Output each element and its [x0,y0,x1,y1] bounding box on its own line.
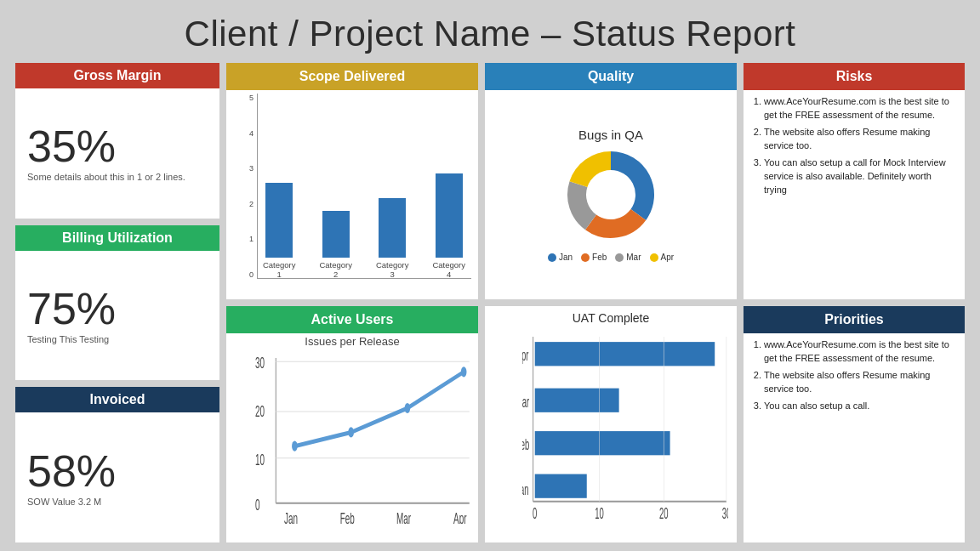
gross-margin-value: 35% [27,124,208,168]
bar-label: Category 3 [376,260,409,279]
bar-label: Category 1 [263,260,296,279]
priorities-header: Priorities [744,306,965,333]
billing-card: Billing Utilization 75% Testing This Tes… [15,225,219,381]
svg-text:20: 20 [659,505,669,519]
bar-label: Category 4 [432,260,465,279]
uat-title: UAT Complete [485,306,737,327]
quality-chart: Bugs in QA JanFebMarApr [485,90,737,299]
active-users-chart: 30 20 10 0 [226,348,478,542]
billing-header: Billing Utilization [15,225,219,251]
active-users-card: Active Users Issues per Release 30 20 10… [226,306,478,542]
active-users-header: Active Users [226,306,478,333]
risks-list-item: You can also setup a call for Mock Inter… [764,156,956,197]
page: Client / Project Name – Status Report Gr… [0,0,980,551]
invoiced-body: 58% SOW Value 3.2 M [15,412,219,542]
svg-text:Feb: Feb [340,510,355,524]
svg-text:Feb: Feb [522,436,529,453]
bar-label: Category 2 [319,260,352,279]
svg-rect-25 [535,431,670,455]
svg-point-9 [292,441,298,452]
donut-svg [556,145,666,247]
priorities-list-item: The website also offers Resume making se… [764,369,956,396]
page-title: Client / Project Name – Status Report [15,9,965,63]
uat-card: UAT Complete Apr Mar Feb Jan [485,306,737,542]
legend-label: Feb [592,253,607,262]
svg-point-10 [348,427,354,437]
risks-list-item: The website also offers Resume making se… [764,126,956,153]
scope-card: Scope Delivered 543210 Category 1Categor… [226,63,478,299]
svg-text:Apr: Apr [522,347,528,364]
priorities-list: www.AceYourResume.com is the best site t… [749,338,956,413]
svg-text:10: 10 [595,505,604,519]
risks-card: Risks www.AceYourResume.com is the best … [744,63,965,299]
risks-list: www.AceYourResume.com is the best site t… [749,95,956,197]
priorities-list-item: You can also setup a call. [764,400,956,413]
priorities-list-item: www.AceYourResume.com is the best site t… [764,338,956,366]
svg-text:Apr: Apr [453,510,467,524]
svg-text:Jan: Jan [284,510,298,524]
bar [265,183,293,258]
billing-body: 75% Testing This Testing [15,251,219,381]
svg-rect-24 [535,389,619,412]
invoiced-header: Invoiced [15,387,219,412]
line-chart-svg: 30 20 10 0 [255,351,471,524]
legend-dot [650,253,658,262]
scope-header: Scope Delivered [226,63,478,90]
risks-header: Risks [744,63,965,90]
svg-rect-26 [535,474,587,498]
legend-item: Feb [581,253,607,262]
legend-dot [615,253,624,262]
svg-rect-23 [535,342,715,366]
invoiced-desc: SOW Value 3.2 M [27,497,208,507]
svg-text:30: 30 [722,505,728,519]
svg-text:30: 30 [255,355,265,372]
gross-margin-desc: Some details about this in 1 or 2 lines. [27,172,208,182]
legend-item: Jan [548,253,573,262]
svg-point-12 [461,366,467,377]
main-grid: Gross Margin 35% Some details about this… [15,63,965,542]
bar [436,173,463,258]
quality-legend: JanFebMarApr [548,253,674,262]
invoiced-value: 58% [27,449,208,493]
active-users-body: Issues per Release 30 20 10 0 [226,333,478,542]
svg-text:Jan: Jan [522,480,529,497]
risks-body: www.AceYourResume.com is the best site t… [744,90,965,299]
priorities-body: www.AceYourResume.com is the best site t… [744,333,965,542]
bar-group: Category 2 [314,211,359,279]
legend-dot [581,253,590,262]
gross-margin-card: Gross Margin 35% Some details about this… [15,63,219,219]
scope-x-axis-line [257,278,471,279]
gross-margin-body: 35% Some details about this in 1 or 2 li… [15,88,219,219]
scope-y-axis: 543210 [233,94,257,279]
legend-dot [548,253,556,262]
legend-item: Mar [615,253,641,262]
bar-group: Category 3 [370,198,415,279]
svg-text:10: 10 [255,452,265,469]
billing-desc: Testing This Testing [27,334,208,344]
billing-value: 75% [27,287,208,331]
uat-svg: Apr Mar Feb Jan 0 [522,330,728,519]
scope-bar-area: 543210 Category 1Category 2Category 3Cat… [233,94,471,296]
svg-text:Mar: Mar [522,394,529,411]
scope-y-axis-line [257,94,258,279]
uat-chart-area: Apr Mar Feb Jan 0 [485,327,737,542]
risks-list-item: www.AceYourResume.com is the best site t… [764,95,956,122]
legend-label: Apr [661,253,675,262]
svg-text:0: 0 [533,505,537,519]
quality-card: Quality Bugs in QA JanFebMarApr [485,63,737,299]
priorities-card: Priorities www.AceYourResume.com is the … [744,306,965,542]
svg-text:20: 20 [255,403,265,420]
quality-header: Quality [485,63,737,90]
scope-chart: 543210 Category 1Category 2Category 3Cat… [226,90,478,299]
legend-label: Mar [626,253,641,262]
bar-group: Category 1 [257,183,302,279]
bar-group: Category 4 [427,173,472,279]
svg-point-11 [405,403,411,413]
bar [322,211,350,258]
legend-item: Apr [650,253,675,262]
svg-text:Mar: Mar [396,510,411,524]
invoiced-card: Invoiced 58% SOW Value 3.2 M [15,387,219,542]
legend-label: Jan [559,253,573,262]
quality-title: Bugs in QA [578,128,643,142]
svg-text:0: 0 [255,497,260,514]
